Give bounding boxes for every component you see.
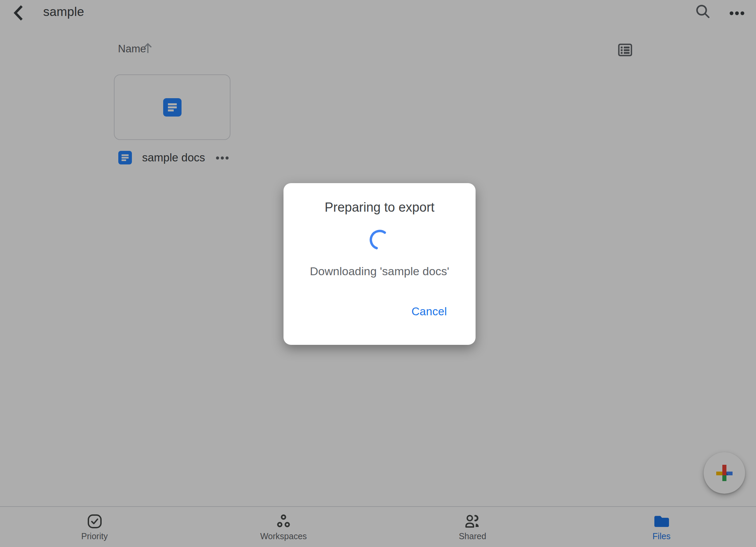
dialog-message: Downloading 'sample docs' bbox=[284, 265, 476, 278]
drive-app-screen: sample Name bbox=[0, 0, 756, 547]
dialog-title: Preparing to export bbox=[284, 200, 476, 215]
cancel-button[interactable]: Cancel bbox=[411, 305, 447, 318]
preparing-to-export-dialog: Preparing to export Downloading 'sample … bbox=[284, 183, 476, 345]
loading-spinner-icon bbox=[367, 228, 392, 253]
